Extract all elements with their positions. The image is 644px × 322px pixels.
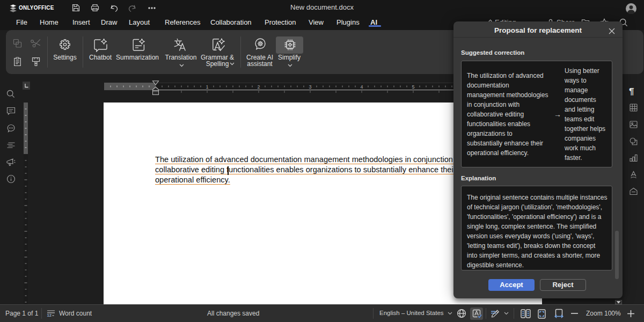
svg-text:3: 3 [309,84,311,90]
svg-text:4: 4 [360,84,363,90]
svg-text:1: 1 [206,84,208,90]
svg-text:2: 2 [257,84,260,90]
svg-text:5: 5 [412,84,414,90]
svg-text:12: 12 [47,313,52,318]
